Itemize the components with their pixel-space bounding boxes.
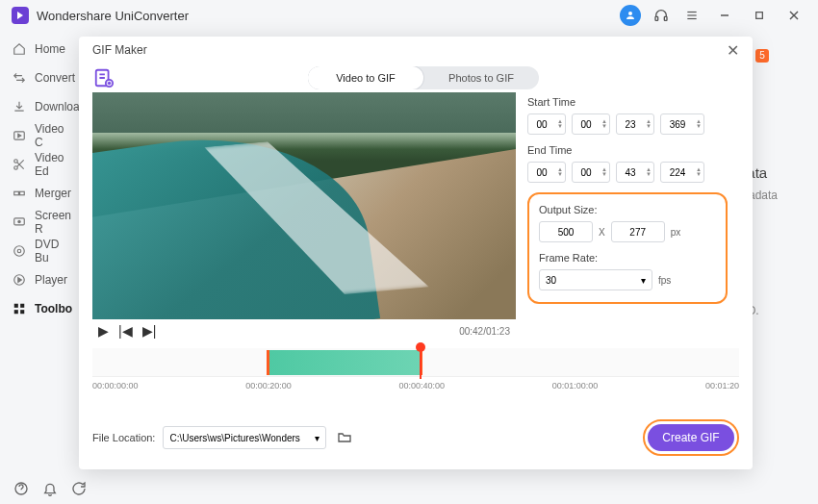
- bell-icon[interactable]: [42, 481, 58, 499]
- tick-label: 00:00:00:00: [92, 381, 139, 391]
- close-icon[interactable]: ✕: [727, 41, 739, 60]
- tick-label: 00:01:20: [705, 381, 739, 391]
- svg-rect-13: [14, 191, 19, 195]
- frame-rate-label: Frame Rate:: [539, 252, 716, 264]
- end-time-label: End Time: [527, 144, 728, 156]
- count-badge: 5: [755, 49, 769, 63]
- svg-rect-7: [756, 13, 763, 19]
- timeline-range[interactable]: [267, 350, 422, 375]
- add-file-icon[interactable]: [92, 66, 115, 89]
- maximize-button[interactable]: [747, 5, 772, 26]
- start-time-label: Start Time: [527, 96, 728, 108]
- disc-icon: [12, 243, 27, 259]
- modal-title: GIF Maker: [92, 43, 147, 57]
- video-time: 00:42/01:23: [459, 326, 510, 337]
- sidebar-item-label: Home: [35, 42, 65, 56]
- svg-rect-20: [14, 304, 18, 308]
- sidebar-item-screen-record[interactable]: Screen R: [0, 208, 85, 237]
- tick-label: 00:00:40:00: [398, 381, 445, 391]
- start-second-stepper[interactable]: ▲▼: [616, 113, 654, 135]
- sidebar-item-player[interactable]: Player: [0, 265, 85, 294]
- tab-photos-to-gif[interactable]: Photos to GIF: [423, 66, 539, 89]
- sidebar-item-label: DVD Bu: [35, 238, 73, 265]
- compress-icon: [12, 128, 27, 143]
- sidebar-item-merger[interactable]: Merger: [0, 179, 85, 208]
- svg-point-17: [14, 246, 25, 257]
- scissors-icon: [12, 157, 27, 172]
- svg-point-11: [14, 160, 18, 164]
- chevron-down-icon: ▾: [315, 433, 320, 443]
- svg-point-18: [17, 249, 21, 253]
- end-second-stepper[interactable]: ▲▼: [616, 162, 654, 183]
- sidebar-item-label: Screen R: [35, 209, 73, 236]
- tick-label: 00:01:00:00: [552, 381, 599, 391]
- svg-rect-1: [655, 16, 658, 20]
- tab-video-to-gif[interactable]: Video to GIF: [308, 66, 423, 89]
- video-preview[interactable]: [92, 92, 516, 319]
- svg-point-12: [14, 166, 18, 170]
- svg-rect-22: [14, 310, 18, 314]
- svg-rect-14: [20, 191, 25, 195]
- svg-point-16: [18, 220, 20, 222]
- feedback-icon[interactable]: [71, 481, 87, 499]
- sidebar-item-toolbox[interactable]: Toolbo: [0, 294, 85, 323]
- sidebar-item-label: Toolbo: [35, 302, 72, 315]
- record-icon: [12, 214, 27, 230]
- convert-icon: [12, 70, 27, 86]
- sidebar-item-convert[interactable]: Convert: [0, 63, 85, 92]
- sidebar-item-video-compress[interactable]: Video C: [0, 121, 85, 150]
- output-highlight-box: Output Size: X px Frame Rate: 30▾ fps: [527, 192, 728, 304]
- start-minute-stepper[interactable]: ▲▼: [572, 113, 610, 135]
- app-logo-icon: [12, 7, 29, 24]
- gif-tabs: Video to GIF Photos to GIF: [308, 66, 539, 89]
- file-location-select[interactable]: C:\Users\ws\Pictures\Wonders▾: [163, 426, 326, 449]
- sidebar: Home Convert Downloa Video C Video Ed Me…: [0, 31, 85, 481]
- open-folder-button[interactable]: [334, 427, 355, 448]
- tick-label: 00:00:20:00: [245, 381, 292, 391]
- bottombar: [0, 475, 100, 504]
- sidebar-item-label: Video Ed: [35, 151, 73, 178]
- sidebar-item-label: Convert: [35, 71, 75, 85]
- sidebar-item-dvd-burn[interactable]: DVD Bu: [0, 237, 85, 265]
- output-width-field[interactable]: [539, 221, 593, 242]
- timeline: 00:00:00:00 00:00:20:00 00:00:40:00 00:0…: [79, 339, 753, 391]
- close-button[interactable]: [781, 5, 806, 26]
- output-height-field[interactable]: [611, 221, 665, 242]
- play-button[interactable]: ▶: [98, 323, 109, 339]
- svg-rect-21: [20, 304, 24, 308]
- next-frame-button[interactable]: ▶|: [142, 323, 157, 339]
- sidebar-item-label: Video C: [35, 122, 73, 149]
- chevron-down-icon: ▾: [641, 275, 646, 286]
- frame-rate-select[interactable]: 30▾: [539, 269, 652, 290]
- start-hour-stepper[interactable]: ▲▼: [527, 113, 566, 135]
- sidebar-item-home[interactable]: Home: [0, 35, 85, 63]
- minimize-button[interactable]: [712, 5, 737, 26]
- svg-rect-23: [20, 310, 24, 314]
- sidebar-item-label: Player: [35, 273, 67, 287]
- end-hour-stepper[interactable]: ▲▼: [527, 162, 566, 183]
- svg-point-0: [628, 12, 632, 15]
- timeline-track[interactable]: [92, 348, 739, 377]
- user-avatar-icon[interactable]: [620, 5, 641, 26]
- sidebar-item-video-edit[interactable]: Video Ed: [0, 150, 85, 179]
- playhead[interactable]: [416, 342, 425, 352]
- home-icon: [12, 41, 27, 57]
- file-location-label: File Location:: [92, 432, 155, 443]
- output-size-label: Output Size:: [539, 204, 716, 215]
- app-title: Wondershare UniConverter: [37, 9, 189, 23]
- grid-icon: [12, 301, 27, 316]
- gif-maker-modal: GIF Maker ✕ Video to GIF Photos to GIF ▶…: [79, 37, 753, 469]
- start-ms-stepper[interactable]: ▲▼: [660, 113, 704, 135]
- play-icon: [12, 272, 27, 288]
- create-highlight: Create GIF: [643, 419, 739, 456]
- headset-icon[interactable]: [651, 5, 672, 26]
- end-minute-stepper[interactable]: ▲▼: [572, 162, 610, 183]
- create-gif-button[interactable]: Create GIF: [648, 424, 734, 451]
- menu-icon[interactable]: [681, 5, 703, 26]
- help-icon[interactable]: [13, 481, 29, 499]
- sidebar-item-label: Downloa: [35, 100, 80, 113]
- sidebar-item-download[interactable]: Downloa: [0, 92, 85, 121]
- prev-frame-button[interactable]: |◀: [118, 323, 133, 339]
- merger-icon: [12, 186, 27, 201]
- end-ms-stepper[interactable]: ▲▼: [660, 162, 704, 183]
